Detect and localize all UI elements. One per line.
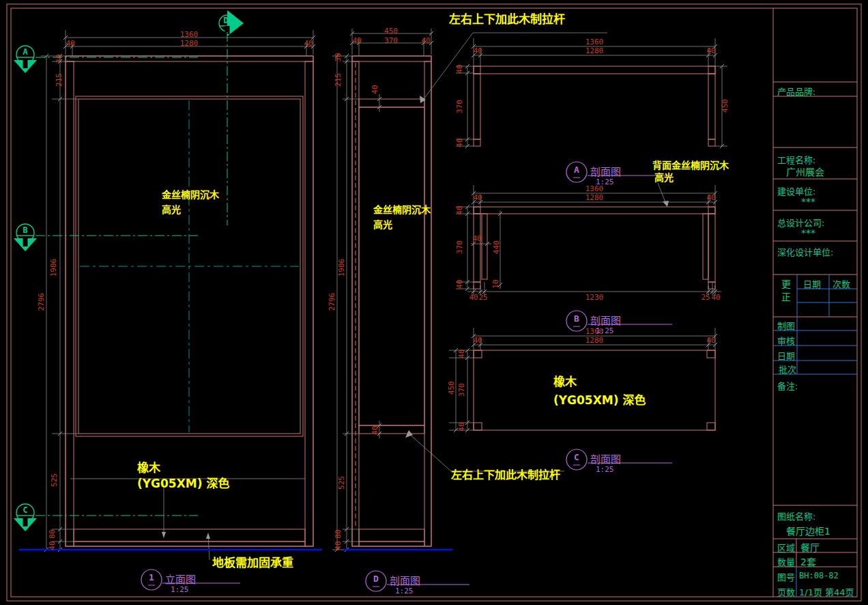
dim-text: 440 <box>492 240 501 254</box>
dim-text: 40 <box>66 39 74 48</box>
view-title: 剖面图 <box>590 164 621 178</box>
dim-text: 40 <box>706 193 715 202</box>
floor-note: 地板需加固承重 <box>212 553 293 570</box>
dim-text: 1280 <box>585 46 604 55</box>
cut-marker-letter: C <box>23 505 27 515</box>
section-cut-marker-b <box>14 224 198 251</box>
area-value: 餐厅 <box>800 540 820 554</box>
material-note: 背面金丝楠阴沉木 <box>652 158 729 171</box>
design-firm-value: *** <box>801 227 815 238</box>
view-scale: 1:25 <box>395 587 414 595</box>
dim-text: 40 <box>706 46 715 55</box>
cut-marker-letter: A <box>23 47 27 57</box>
view-number: C <box>574 452 579 462</box>
dim-text: 1280 <box>180 39 199 48</box>
dim-text: 30 <box>55 54 63 63</box>
revision-label: 更正 <box>779 279 792 311</box>
dim-text: 370 <box>455 240 464 254</box>
dim-text: 40 <box>304 39 313 48</box>
dim-text: 40 <box>455 206 464 214</box>
material-note: 高光 <box>373 217 392 231</box>
drafter-label: 制图 <box>777 319 795 332</box>
dim-text: 40 <box>473 193 482 202</box>
material-note: (YG05XM) 深色 <box>553 391 646 408</box>
drawing-no-label: 图号 <box>777 570 795 583</box>
dim-text: 2796 <box>37 293 46 311</box>
dim-text: 40 <box>457 349 466 358</box>
dim-text: 450 <box>721 99 729 113</box>
view-number: 1 <box>149 572 154 582</box>
view-title: 立面图 <box>165 572 196 586</box>
dim-text: 450 <box>447 381 456 395</box>
dim-text: 40 <box>334 541 343 550</box>
revision-date-col: 日期 <box>803 277 821 290</box>
dim-text: 1280 <box>585 193 604 202</box>
dim-text: 370 <box>457 383 466 397</box>
dim-text: 1360 <box>180 30 199 39</box>
pull-bar-note: 左右上下加此木制拉杆 <box>449 10 565 27</box>
dim-text: 370 <box>384 36 398 45</box>
dim-text: 370 <box>455 100 464 113</box>
batch-label: 批次 <box>779 363 796 376</box>
dim-text: 40 <box>455 279 464 288</box>
view-scale: 1:25 <box>596 326 614 335</box>
section-b-view <box>474 207 715 289</box>
deepen-label: 深化设计单位: <box>777 245 833 258</box>
dim-text: 40 <box>371 425 379 434</box>
view-number: B <box>574 313 579 324</box>
qty-label: 数量 <box>777 555 795 568</box>
section-cut-marker-a <box>14 46 198 73</box>
area-label: 区域 <box>777 541 795 554</box>
dim-text: 25 <box>701 293 710 302</box>
dim-text: 525 <box>337 476 346 490</box>
drawing-no-value: BH:08-82 <box>799 571 839 580</box>
material-note: 橡木 <box>553 372 577 389</box>
dim-text: 40 <box>472 234 481 243</box>
material-note: 金丝楠阴沉木 <box>373 202 431 216</box>
dim-text: 40 <box>457 422 466 431</box>
date-label: 日期 <box>777 349 795 362</box>
dim-text: 25 <box>478 293 487 302</box>
dim-text: 40 <box>421 36 430 45</box>
view-label-bubbles <box>141 162 672 591</box>
project-value: 广州展会 <box>786 165 824 178</box>
drawing-linework <box>0 0 868 605</box>
notes-label: 备注: <box>777 379 798 392</box>
dim-text: 525 <box>50 473 59 487</box>
elevation-view <box>66 56 313 546</box>
border-frame <box>7 4 861 601</box>
cut-marker-letter: D <box>223 16 228 25</box>
view-title: 剖面图 <box>590 451 621 466</box>
section-d-view <box>352 56 431 546</box>
dim-text: 40 <box>371 85 379 94</box>
material-note: 金丝楠阴沉木 <box>162 187 219 201</box>
section-cut-marker-d <box>219 10 244 225</box>
material-note: 橡木 <box>137 458 160 475</box>
brand-label: 产品品牌: <box>777 85 815 98</box>
dim-text: 1280 <box>585 336 604 345</box>
cut-marker-letter: B <box>23 225 27 235</box>
auditor-label: 审核 <box>777 334 795 347</box>
dim-text: 10 <box>491 279 500 288</box>
dim-text: 1906 <box>337 259 346 277</box>
dim-text: 40 <box>473 46 482 55</box>
view-number: D <box>373 574 379 584</box>
sheet-value: 餐厅边柜1 <box>786 524 830 537</box>
cad-drawing-sheet: 1360 1280 40 40 30 215 1906 2796 525 80 … <box>0 0 868 605</box>
dim-text: 215 <box>334 73 343 87</box>
view-scale: 1:25 <box>596 178 614 186</box>
dim-text: 40 <box>711 293 720 302</box>
pull-bar-note: 左右上下加此木制拉杆 <box>451 466 560 482</box>
material-note: 高光 <box>654 170 674 184</box>
dim-text: 215 <box>55 73 63 87</box>
owner-value: *** <box>801 196 815 207</box>
view-title: 剖面图 <box>590 313 621 327</box>
qty-value: 2套 <box>800 554 816 568</box>
dim-text: 1360 <box>585 38 604 46</box>
material-note: (YG05XM) 深色 <box>137 474 229 491</box>
dim-text: 40 <box>473 336 482 345</box>
dim-text: 40 <box>455 138 464 147</box>
dim-text: 40 <box>469 293 478 302</box>
material-note: 高光 <box>162 202 181 216</box>
dim-text: 1230 <box>585 293 604 302</box>
